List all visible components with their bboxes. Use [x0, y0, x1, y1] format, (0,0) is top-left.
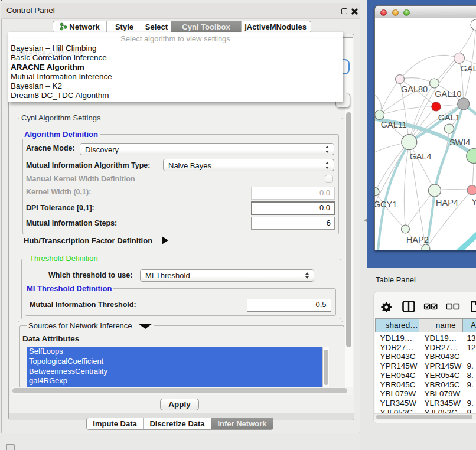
svg-text:SWI4: SWI4 — [449, 138, 470, 147]
svg-text:GAL10: GAL10 — [435, 89, 461, 99]
svg-text:YB: YB — [472, 197, 476, 207]
svg-text:GAL1: GAL1 — [438, 113, 460, 122]
svg-text:GAL80: GAL80 — [401, 84, 428, 94]
svg-text:GAL4: GAL4 — [409, 152, 431, 161]
svg-text:HAP4: HAP4 — [436, 198, 458, 207]
svg-text:GCY1: GCY1 — [375, 200, 397, 209]
svg-text:HAP2: HAP2 — [406, 235, 429, 244]
svg-text:GAL11: GAL11 — [381, 120, 407, 129]
svg-text:GAL7: GAL7 — [461, 64, 476, 73]
